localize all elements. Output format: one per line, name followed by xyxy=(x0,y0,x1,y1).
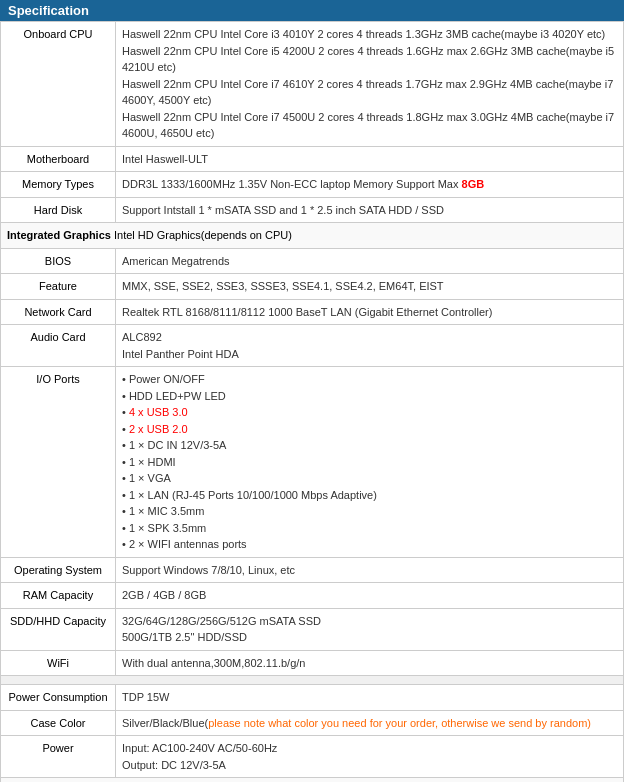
header-title: Specification xyxy=(8,3,89,18)
table-row: MotherboardIntel Haswell-ULT xyxy=(1,146,624,172)
row-label: RAM Capacity xyxy=(1,583,116,609)
table-row: Network CardRealtek RTL 8168/8111/8112 1… xyxy=(1,299,624,325)
row-value: Silver/Black/Blue(please note what color… xyxy=(116,710,624,736)
row-label: Hard Disk xyxy=(1,197,116,223)
row-value: Input: AC100-240V AC/50-60HzOutput: DC 1… xyxy=(116,736,624,778)
table-row: Case ColorSilver/Black/Blue(please note … xyxy=(1,710,624,736)
row-value: Haswell 22nm CPU Intel Core i3 4010Y 2 c… xyxy=(116,22,624,147)
row-value: TDP 15W xyxy=(116,685,624,711)
table-row: Memory TypesDDR3L 1333/1600MHz 1.35V Non… xyxy=(1,172,624,198)
row-label: Audio Card xyxy=(1,325,116,367)
row-label: Network Card xyxy=(1,299,116,325)
table-row: FeatureMMX, SSE, SSE2, SSE3, SSSE3, SSE4… xyxy=(1,274,624,300)
full-row-cell: Integrated Graphics Intel HD Graphics(de… xyxy=(1,223,624,249)
table-row: BIOSAmerican Megatrends xyxy=(1,248,624,274)
table-row: Hard DiskSupport Intstall 1 * mSATA SSD … xyxy=(1,197,624,223)
row-label: Onboard CPU xyxy=(1,22,116,147)
header: Specification xyxy=(0,0,624,21)
row-label: I/O Ports xyxy=(1,367,116,558)
full-row-cell: Operating Temperature -20-80°C xyxy=(1,778,624,783)
table-row: I/O Ports• Power ON/OFF• HDD LED+PW LED•… xyxy=(1,367,624,558)
row-value: MMX, SSE, SSE2, SSE3, SSSE3, SSE4.1, SSE… xyxy=(116,274,624,300)
row-label: Feature xyxy=(1,274,116,300)
row-value: Realtek RTL 8168/8111/8112 1000 BaseT LA… xyxy=(116,299,624,325)
row-value: ALC892Intel Panther Point HDA xyxy=(116,325,624,367)
row-value: Intel Haswell-ULT xyxy=(116,146,624,172)
row-label: Power xyxy=(1,736,116,778)
spec-table: Onboard CPUHaswell 22nm CPU Intel Core i… xyxy=(0,21,624,782)
row-label: Motherboard xyxy=(1,146,116,172)
row-value: American Megatrends xyxy=(116,248,624,274)
row-label: Memory Types xyxy=(1,172,116,198)
table-row: Operating Temperature -20-80°C xyxy=(1,778,624,783)
table-row: Onboard CPUHaswell 22nm CPU Intel Core i… xyxy=(1,22,624,147)
table-row: Power ConsumptionTDP 15W xyxy=(1,685,624,711)
row-value: 2GB / 4GB / 8GB xyxy=(116,583,624,609)
row-value: Support Windows 7/8/10, Linux, etc xyxy=(116,557,624,583)
row-value: DDR3L 1333/1600MHz 1.35V Non-ECC laptop … xyxy=(116,172,624,198)
row-value: 32G/64G/128G/256G/512G mSATA SSD500G/1TB… xyxy=(116,608,624,650)
table-row: Integrated Graphics Intel HD Graphics(de… xyxy=(1,223,624,249)
row-label: WiFi xyxy=(1,650,116,676)
row-label: BIOS xyxy=(1,248,116,274)
table-row: RAM Capacity2GB / 4GB / 8GB xyxy=(1,583,624,609)
table-row: Operating SystemSupport Windows 7/8/10, … xyxy=(1,557,624,583)
table-row: SDD/HHD Capacity32G/64G/128G/256G/512G m… xyxy=(1,608,624,650)
row-value: Support Intstall 1 * mSATA SSD and 1 * 2… xyxy=(116,197,624,223)
table-row: Audio CardALC892Intel Panther Point HDA xyxy=(1,325,624,367)
table-row: WiFiWith dual antenna,300M,802.11.b/g/n xyxy=(1,650,624,676)
row-label: SDD/HHD Capacity xyxy=(1,608,116,650)
spacer-row xyxy=(1,676,624,685)
row-label: Case Color xyxy=(1,710,116,736)
table-row: PowerInput: AC100-240V AC/50-60HzOutput:… xyxy=(1,736,624,778)
row-label: Power Consumption xyxy=(1,685,116,711)
row-label: Operating System xyxy=(1,557,116,583)
row-value: With dual antenna,300M,802.11.b/g/n xyxy=(116,650,624,676)
row-value: • Power ON/OFF• HDD LED+PW LED• 4 x USB … xyxy=(116,367,624,558)
